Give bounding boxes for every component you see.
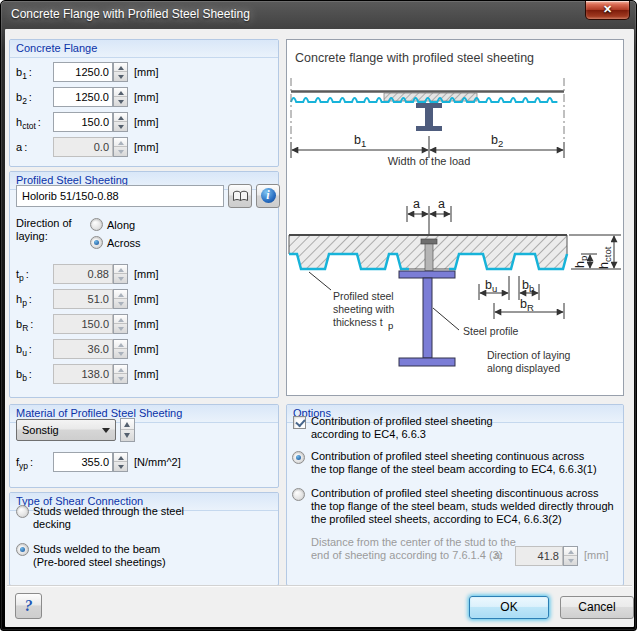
checkbox-line1[interactable]: Contribution of profiled steel sheeting xyxy=(311,415,493,428)
field-row-hctot: hctot: 150.0 [mm] xyxy=(10,112,278,132)
checkbox-sheeting-contribution[interactable] xyxy=(293,416,306,429)
chevron-down-icon xyxy=(102,428,110,433)
group-shear-connection: Type of Shear Connection Studs welded th… xyxy=(9,492,279,586)
bb-label: bb: xyxy=(16,364,32,388)
material-dropdown[interactable]: Sonstig xyxy=(16,419,116,441)
field-row-tp: tp: 0.88 [mm] xyxy=(10,264,278,284)
dim-b1: b xyxy=(354,133,361,147)
distance-a-spinner xyxy=(563,546,578,566)
b1-spinner[interactable] xyxy=(113,62,128,82)
checkbox-line2[interactable]: according to EC4, 6.6.3 xyxy=(311,428,426,441)
field-row-bu: bu: 36.0 [mm] xyxy=(10,339,278,359)
bu-spinner xyxy=(113,339,128,359)
radio-studs-welded-beam-line2[interactable]: (Pre-bored steel sheetings) xyxy=(33,556,166,569)
bR-input: 150.0 xyxy=(53,314,113,334)
radio-continuous-line2[interactable]: the top flange of the steel beam accordi… xyxy=(311,463,597,476)
a-input: 0.0 xyxy=(53,137,113,157)
group-concrete-flange: Concrete Flange b1: 1250.0 [mm] b2: 1250… xyxy=(9,39,279,167)
material-spinner[interactable] xyxy=(120,418,135,442)
radio-studs-through-decking[interactable] xyxy=(16,505,29,518)
radio-sheeting-discontinuous[interactable] xyxy=(292,488,305,501)
direction-note-line1: Direction of laying xyxy=(487,349,571,361)
dim-a-right: a xyxy=(438,197,445,211)
fyp-unit: [N/mm^2] xyxy=(134,452,181,472)
dialog-window: Concrete Flange with Profiled Steel Shee… xyxy=(0,0,637,631)
radio-studs-through-decking-line2[interactable]: decking xyxy=(33,518,71,531)
b2-spinner[interactable] xyxy=(113,87,128,107)
b2-input[interactable]: 1250.0 xyxy=(53,87,113,107)
radio-discontinuous-line3[interactable]: the profiled steel sheets, according to … xyxy=(311,513,562,526)
hctot-input[interactable]: 150.0 xyxy=(53,112,113,132)
radio-studs-welded-beam-line1[interactable]: Studs welded to the beam xyxy=(33,543,160,556)
hp-unit: [mm] xyxy=(134,289,158,309)
svg-text:2: 2 xyxy=(498,138,503,149)
radio-continuous-line1[interactable]: Contribution of profiled steel sheeting … xyxy=(311,450,584,463)
svg-text:b: b xyxy=(529,283,534,294)
radio-along-label[interactable]: Along xyxy=(107,219,135,232)
bR-spinner xyxy=(113,314,128,334)
bu-input: 36.0 xyxy=(53,339,113,359)
stud-head xyxy=(421,239,437,244)
hp-label: hp: xyxy=(16,289,32,313)
field-row-bR: bR: 150.0 [mm] xyxy=(10,314,278,334)
bR-unit: [mm] xyxy=(134,314,158,334)
book-icon xyxy=(232,190,249,203)
bu-unit: [mm] xyxy=(134,339,158,359)
radio-across-label[interactable]: Across xyxy=(107,237,141,250)
b1-label: b1: xyxy=(16,62,32,86)
dim-bb: b xyxy=(522,278,529,292)
b1-input[interactable]: 1250.0 xyxy=(53,62,113,82)
radio-discontinuous-line1[interactable]: Contribution of profiled steel sheeting … xyxy=(311,487,598,500)
material-dropdown-value: Sonstig xyxy=(17,420,115,440)
svg-text:R: R xyxy=(527,302,534,313)
sheeting-note-line2: sheeting with xyxy=(333,303,394,315)
a-spinner xyxy=(113,137,128,157)
field-row-b2: b2: 1250.0 [mm] xyxy=(10,87,278,107)
radio-discontinuous-line2[interactable]: the top flange of the steel beam, studs … xyxy=(311,500,614,513)
dim-b2: b xyxy=(491,133,498,147)
group-options: Options Contribution of profiled steel s… xyxy=(286,404,624,586)
info-icon: i xyxy=(261,188,276,203)
field-row-hp: hp: 51.0 [mm] xyxy=(10,289,278,309)
diagram-title: Concrete flange with profiled steel shee… xyxy=(295,51,534,65)
tp-unit: [mm] xyxy=(134,264,158,284)
tp-input: 0.88 xyxy=(53,264,113,284)
radio-studs-through-decking-line1[interactable]: Studs welded through the steel xyxy=(33,505,184,518)
steel-beam-small xyxy=(416,103,442,131)
width-of-load-label: Width of the load xyxy=(388,155,471,167)
window-title: Concrete Flange with Profiled Steel Shee… xyxy=(11,7,250,21)
field-row-bb: bb: 138.0 [mm] xyxy=(10,364,278,384)
help-button[interactable]: ? xyxy=(15,593,42,619)
title-bar[interactable]: Concrete Flange with Profiled Steel Shee… xyxy=(1,1,636,29)
bb-spinner xyxy=(113,364,128,384)
fyp-input[interactable]: 355.0 xyxy=(53,452,113,472)
dim-bR: b xyxy=(520,297,527,311)
sheeting-product-input[interactable]: Holorib 51/150-0.88 xyxy=(16,185,224,207)
radio-studs-welded-beam[interactable] xyxy=(16,543,29,556)
tp-spinner xyxy=(113,264,128,284)
svg-text:p: p xyxy=(388,320,393,331)
svg-text:1: 1 xyxy=(361,138,366,149)
close-button[interactable]: ✕ xyxy=(585,1,630,20)
field-row-a: a: 0.0 [mm] xyxy=(10,137,278,157)
distance-label-line2: end of sheeting according to 7.6.1.4 (3) xyxy=(311,549,502,562)
direction-note-line2: along displayed xyxy=(487,362,560,374)
b2-unit: [mm] xyxy=(134,87,158,107)
distance-label-line1: Distance from the center of the stud to … xyxy=(311,536,516,549)
radio-sheeting-continuous[interactable] xyxy=(292,451,305,464)
fyp-spinner[interactable] xyxy=(113,452,128,472)
radio-along[interactable] xyxy=(90,218,103,231)
bb-input: 138.0 xyxy=(53,364,113,384)
ok-button[interactable]: OK xyxy=(469,596,549,619)
hctot-unit: [mm] xyxy=(134,112,158,132)
bu-label: bu: xyxy=(16,339,32,363)
radio-across[interactable] xyxy=(90,236,103,249)
hctot-spinner[interactable] xyxy=(113,112,128,132)
svg-text:u: u xyxy=(492,283,497,294)
info-button[interactable]: i xyxy=(256,184,280,208)
cancel-button[interactable]: Cancel xyxy=(560,596,634,619)
library-button[interactable] xyxy=(228,184,252,208)
distance-a-label: a: xyxy=(494,549,503,562)
steel-beam-large xyxy=(399,271,455,366)
svg-text:p: p xyxy=(578,256,589,261)
